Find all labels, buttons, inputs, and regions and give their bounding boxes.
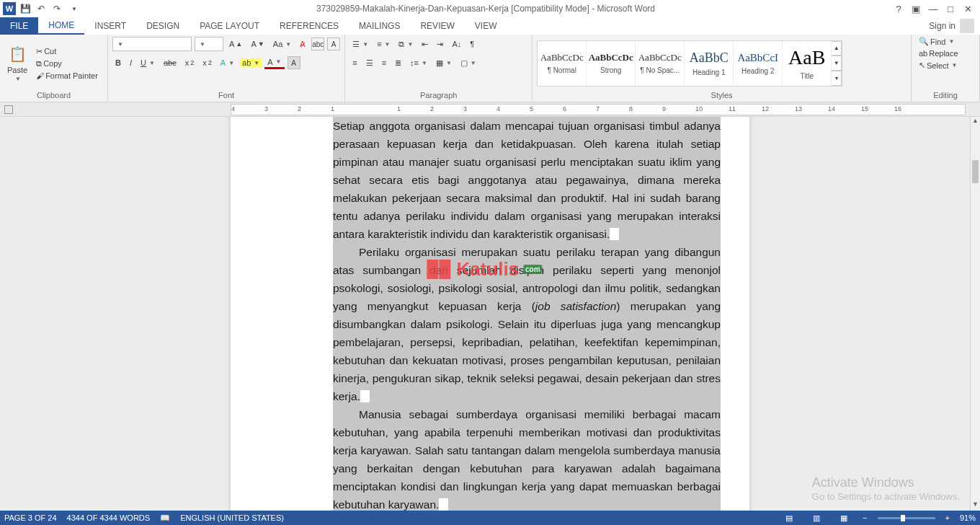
ribbon-options-icon[interactable]: ▣ xyxy=(908,2,924,15)
group-paragraph: ☰▼ ≡▼ ⧉▼ ⇤ ⇥ A↓ ¶ ≡ ☰ ≡ ≣ ↕≡▼ ▦▼ ▢▼ Para… xyxy=(345,35,533,102)
increase-indent-button[interactable]: ⇥ xyxy=(434,39,446,50)
copy-icon: ⧉ xyxy=(36,59,42,69)
qat-dropdown-icon[interactable]: ▼ xyxy=(68,2,81,15)
scroll-down-icon[interactable]: ▼ xyxy=(971,500,980,511)
doc-paragraph[interactable]: Setiap anggota organisasi dalam mencapai… xyxy=(333,117,721,243)
format-painter-button[interactable]: 🖌Format Painter xyxy=(33,71,101,81)
tab-design[interactable]: DESIGN xyxy=(136,17,190,35)
shrink-font-button[interactable]: A▼ xyxy=(248,39,267,49)
superscript-button[interactable]: x2 xyxy=(200,58,215,68)
gallery-down-icon[interactable]: ▼ xyxy=(832,56,842,71)
line-spacing-button[interactable]: ↕≡▼ xyxy=(407,58,430,68)
print-layout-icon[interactable]: ▥ xyxy=(808,512,825,524)
web-layout-icon[interactable]: ▦ xyxy=(835,512,852,524)
save-icon[interactable]: 💾 xyxy=(19,2,32,15)
scroll-up-icon[interactable]: ▲ xyxy=(971,117,980,127)
paragraph-group-label: Paragraph xyxy=(349,90,527,102)
paste-button[interactable]: 📋 Paste ▼ xyxy=(4,43,30,84)
copy-button[interactable]: ⧉Copy xyxy=(33,58,101,69)
change-case-button[interactable]: Aa▼ xyxy=(270,39,294,49)
tab-file[interactable]: FILE xyxy=(0,17,38,35)
borders-button[interactable]: ▢▼ xyxy=(458,58,479,69)
language-indicator[interactable]: ENGLISH (UNITED STATES) xyxy=(180,513,284,522)
multilevel-button[interactable]: ⧉▼ xyxy=(396,39,416,50)
justify-button[interactable]: ≣ xyxy=(392,58,404,69)
tab-mailings[interactable]: MAILINGS xyxy=(349,17,410,35)
highlight-button[interactable]: ab▼ xyxy=(240,58,262,67)
gallery-up-icon[interactable]: ▲ xyxy=(832,41,842,56)
subscript-button[interactable]: x2 xyxy=(182,58,197,68)
style-item[interactable]: AaBbCcDc¶ Normal xyxy=(538,41,587,86)
bold-button[interactable]: B xyxy=(112,58,124,68)
tab-home[interactable]: HOME xyxy=(38,17,84,35)
doc-paragraph[interactable]: Perilaku organisasi merupakan suatu peri… xyxy=(333,243,721,405)
proofing-icon[interactable]: 📖 xyxy=(160,513,170,523)
tab-insert[interactable]: INSERT xyxy=(84,17,136,35)
vertical-scrollbar[interactable]: ▲ ▼ xyxy=(970,117,980,511)
paste-dropdown-icon[interactable]: ▼ xyxy=(15,76,21,82)
maximize-icon[interactable]: □ xyxy=(943,2,958,15)
help-icon[interactable]: ? xyxy=(891,2,906,15)
zoom-level[interactable]: 91% xyxy=(960,513,976,522)
tab-selector-icon[interactable] xyxy=(4,105,13,114)
style-item[interactable]: AaBbCHeading 1 xyxy=(685,41,734,86)
scroll-thumb[interactable] xyxy=(972,160,979,183)
strike-button[interactable]: abc xyxy=(161,58,179,68)
align-right-button[interactable]: ≡ xyxy=(379,58,389,68)
shading-button[interactable]: ▦▼ xyxy=(433,58,455,69)
show-hide-button[interactable]: ¶ xyxy=(467,39,477,49)
zoom-slider[interactable] xyxy=(878,517,935,519)
replace-button[interactable]: abReplace xyxy=(916,48,961,58)
zoom-thumb[interactable] xyxy=(901,515,905,521)
editing-group-label: Editing xyxy=(916,90,975,102)
clear-format-button[interactable]: A̷ xyxy=(297,39,308,50)
gallery-more-icon[interactable]: ▾ xyxy=(832,71,842,86)
style-item[interactable]: AaBbCcDc¶ No Spac... xyxy=(636,41,685,86)
select-button[interactable]: ↖Select▼ xyxy=(916,60,961,71)
decrease-indent-button[interactable]: ⇤ xyxy=(419,39,431,50)
close-icon[interactable]: ✕ xyxy=(960,2,976,15)
sign-in-button[interactable]: Sign in xyxy=(923,17,980,35)
style-item[interactable]: AaBbCcDcStrong xyxy=(587,41,636,86)
grow-font-button[interactable]: A▲ xyxy=(226,39,245,49)
find-button[interactable]: 🔍Find▼ xyxy=(916,36,957,47)
style-item[interactable]: AaBbCcIHeading 2 xyxy=(734,41,783,86)
char-shading-button[interactable]: A xyxy=(288,56,300,69)
undo-icon[interactable]: ↶ xyxy=(35,2,48,15)
font-size-combo[interactable]: ▼ xyxy=(195,37,223,51)
styles-gallery: AaBbCcDc¶ NormalAaBbCcDcStrongAaBbCcDc¶ … xyxy=(537,40,842,87)
page: Setiap anggota organisasi dalam mencapai… xyxy=(231,117,749,511)
italic-button[interactable]: I xyxy=(127,58,135,68)
font-color-button[interactable]: A▼ xyxy=(264,57,284,69)
tab-view[interactable]: VIEW xyxy=(465,17,507,35)
underline-button[interactable]: U▼ xyxy=(138,58,158,68)
tab-page-layout[interactable]: PAGE LAYOUT xyxy=(190,17,270,35)
page-indicator[interactable]: PAGE 3 OF 24 xyxy=(4,513,57,522)
group-editing: 🔍Find▼ abReplace ↖Select▼ Editing xyxy=(912,35,980,102)
read-mode-icon[interactable]: ▤ xyxy=(780,512,798,524)
phonetic-button[interactable]: abc xyxy=(311,38,324,50)
brush-icon: 🖌 xyxy=(36,71,44,80)
document-area[interactable]: Setiap anggota organisasi dalam mencapai… xyxy=(0,117,970,511)
redo-icon[interactable]: ↷ xyxy=(50,2,63,15)
word-count[interactable]: 4344 OF 4344 WORDS xyxy=(67,513,151,522)
minimize-icon[interactable]: — xyxy=(925,2,941,15)
numbering-button[interactable]: ≡▼ xyxy=(374,39,393,49)
zoom-out-icon[interactable]: − xyxy=(863,513,867,522)
align-center-button[interactable]: ☰ xyxy=(363,58,376,69)
styles-group-label: Styles xyxy=(537,90,906,102)
text-effects-button[interactable]: A▼ xyxy=(218,58,237,68)
paste-label: Paste xyxy=(7,66,27,74)
char-border-button[interactable]: A xyxy=(327,38,340,50)
cut-button[interactable]: ✂Cut xyxy=(33,46,101,57)
align-left-button[interactable]: ≡ xyxy=(349,58,360,68)
font-family-combo[interactable]: ▼ xyxy=(112,37,192,51)
doc-paragraph[interactable]: Manusia sebagai sumberdaya organisasi me… xyxy=(333,405,721,511)
tab-references[interactable]: REFERENCES xyxy=(270,17,349,35)
tab-review[interactable]: REVIEW xyxy=(410,17,464,35)
bullets-button[interactable]: ☰▼ xyxy=(349,39,371,50)
horizontal-ruler[interactable]: 432112345678910111213141516 xyxy=(231,104,966,115)
zoom-in-icon[interactable]: + xyxy=(945,513,950,522)
sort-button[interactable]: A↓ xyxy=(449,39,464,49)
style-item[interactable]: AaBTitle xyxy=(783,41,832,86)
